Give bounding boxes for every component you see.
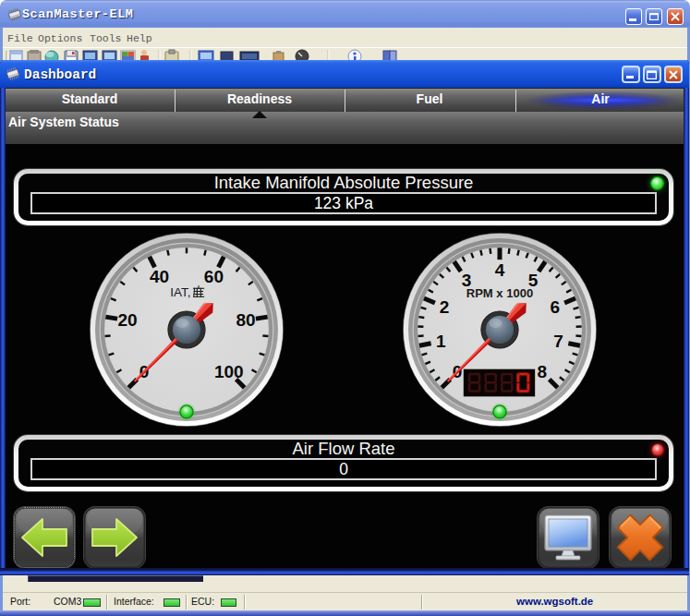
svg-text:20: 20 (117, 310, 137, 330)
svg-text:2: 2 (440, 297, 450, 317)
svg-text:4: 4 (495, 260, 505, 280)
svg-text:100: 100 (214, 362, 244, 381)
svg-text:RPM x 1000: RPM x 1000 (466, 286, 534, 300)
svg-text:6: 6 (551, 297, 561, 317)
svg-text:8: 8 (538, 362, 548, 381)
svg-text:1: 1 (436, 332, 446, 351)
svg-text:60: 60 (204, 267, 224, 286)
svg-text:7: 7 (553, 332, 563, 351)
svg-text:80: 80 (236, 310, 255, 330)
svg-text:40: 40 (150, 267, 169, 286)
svg-text:IAT,: IAT, (170, 285, 190, 299)
